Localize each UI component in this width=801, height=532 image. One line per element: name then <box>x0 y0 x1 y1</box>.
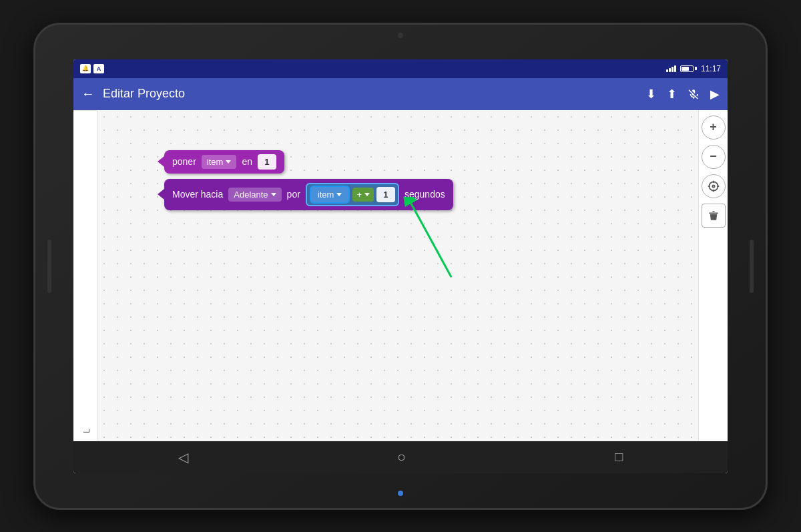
mover-por-label: por <box>287 189 300 200</box>
target-icon <box>707 180 720 193</box>
poner-label: poner <box>172 156 196 167</box>
nav-back-button[interactable]: ◁ <box>178 449 188 465</box>
app-title: Editar Proyecto <box>103 87 638 101</box>
arrow-annotation <box>378 197 458 286</box>
nav-recents-button[interactable]: □ <box>615 449 623 465</box>
play-icon[interactable]: ▶ <box>710 87 720 101</box>
svg-point-2 <box>709 182 718 190</box>
poner-variable-dropdown[interactable]: item <box>202 155 237 169</box>
a-icon: A <box>93 64 104 73</box>
nav-home-button[interactable]: ○ <box>397 449 406 466</box>
sidebar: L Iteracion Numeros Variables <box>73 110 97 441</box>
time-display: 11:17 <box>701 64 721 73</box>
sidebar-item-iteracion[interactable]: Iteracion <box>73 110 77 441</box>
plus-operator-block[interactable]: + <box>352 188 374 202</box>
mover-direction-label: Adelante <box>234 190 268 200</box>
camera-dot <box>398 33 403 38</box>
mover-variable-label: item <box>318 190 334 200</box>
status-right: 11:17 <box>666 64 721 73</box>
target-button[interactable] <box>702 174 726 198</box>
tablet-frame: 🔔 A 11:17 ← Editar Proyecto <box>33 23 768 510</box>
battery-icon <box>680 65 697 72</box>
mover-variable-dropdown[interactable]: item <box>310 186 350 204</box>
mover-direction-dropdown[interactable]: Adelante <box>228 188 281 202</box>
poner-value[interactable]: 1 <box>258 154 276 170</box>
trash-icon <box>708 210 720 222</box>
block-poner[interactable]: poner item en 1 <box>164 150 284 174</box>
app-bar-actions: ⬇ ⬆ ▶ <box>646 87 720 101</box>
trash-button[interactable] <box>702 204 726 228</box>
svg-line-1 <box>411 204 451 277</box>
poner-en-label: en <box>242 156 252 167</box>
zoom-out-button[interactable]: − <box>702 145 726 169</box>
download-icon[interactable]: ⬇ <box>646 87 656 101</box>
operator-dropdown-arrow <box>364 193 370 196</box>
app-bar: ← Editar Proyecto ⬇ ⬆ ▶ <box>73 78 728 110</box>
canvas-area[interactable]: poner item en 1 Mover hacia Adelante <box>97 110 698 441</box>
mover-label: Mover hacia <box>172 189 223 200</box>
mover-var-dropdown-arrow <box>336 193 342 196</box>
signal-icon <box>666 65 676 72</box>
right-panel: + − <box>698 110 728 441</box>
mover-dropdown-arrow <box>271 193 276 196</box>
sidebar-item-l[interactable]: L <box>77 110 97 441</box>
nav-bar: ◁ ○ □ <box>73 441 728 473</box>
poner-variable-label: item <box>207 157 224 167</box>
arrow-svg <box>378 197 458 284</box>
status-bar: 🔔 A 11:17 <box>73 59 728 78</box>
zoom-in-button[interactable]: + <box>702 115 726 140</box>
back-button[interactable]: ← <box>81 86 95 101</box>
status-left: 🔔 A <box>80 64 104 73</box>
poner-dropdown-arrow <box>226 160 231 164</box>
operator-label: + <box>356 190 362 200</box>
svg-point-3 <box>712 185 714 187</box>
zoom-out-icon: − <box>710 150 717 164</box>
mic-off-icon[interactable] <box>688 88 700 100</box>
notification-icon: 🔔 <box>80 64 91 73</box>
upload-icon[interactable]: ⬆ <box>667 87 677 101</box>
bottom-indicator <box>398 491 403 496</box>
zoom-in-icon: + <box>710 120 717 134</box>
main-content: L Iteracion Numeros Variables poner item… <box>73 110 728 441</box>
screen: 🔔 A 11:17 ← Editar Proyecto <box>73 59 728 473</box>
